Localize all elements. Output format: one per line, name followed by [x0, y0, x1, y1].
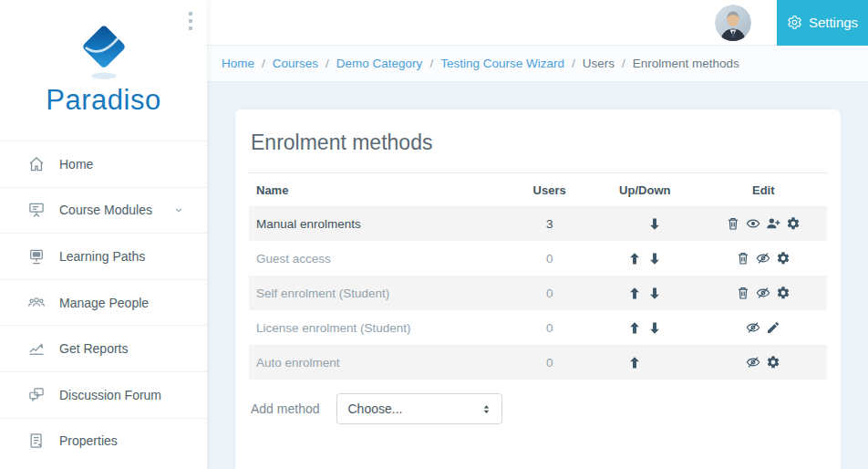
- chevron-down-icon: [172, 203, 185, 216]
- enrolled-users-count: 0: [509, 345, 590, 380]
- enrolment-row-guest-access: Guest access0: [249, 241, 827, 276]
- edit-actions-cell: [700, 276, 828, 310]
- add-method-select-value: Choose...: [348, 401, 403, 416]
- move-up-icon[interactable]: [625, 286, 645, 301]
- manage-people-icon: [27, 294, 46, 312]
- hide-icon[interactable]: [746, 355, 760, 370]
- move-down-icon[interactable]: [645, 320, 665, 336]
- enrolment-name: Auto enrolment: [249, 345, 509, 380]
- delete-icon[interactable]: [736, 251, 750, 266]
- enrolled-users-count: 3: [509, 206, 590, 241]
- move-down-icon[interactable]: [645, 286, 665, 301]
- move-up-icon[interactable]: [625, 320, 645, 336]
- home-icon: [27, 155, 46, 173]
- breadcrumb-separator: /: [572, 57, 575, 70]
- logo-text: Paradiso: [0, 84, 207, 117]
- enrol-users-icon[interactable]: [766, 216, 780, 231]
- settings-icon[interactable]: [766, 355, 780, 370]
- content-area: Enrolment methods NameUsersUp/DownEdit M…: [207, 82, 868, 469]
- add-method-row: Add method Choose...: [249, 393, 827, 424]
- enrolled-users-count: 0: [509, 241, 590, 276]
- enrolled-users-count: 0: [509, 276, 590, 310]
- edit-icon[interactable]: [766, 320, 780, 335]
- course-modules-icon: [27, 201, 46, 219]
- settings-icon[interactable]: [776, 251, 790, 266]
- enrolment-name: Manual enrolments: [249, 206, 509, 241]
- sidebar-item-label: Manage People: [59, 296, 149, 310]
- select-caret-icon: [480, 402, 493, 416]
- breadcrumb-separator: /: [326, 57, 329, 70]
- updown-cell: [590, 206, 699, 241]
- breadcrumb-separator: /: [429, 57, 433, 70]
- settings-icon[interactable]: [786, 216, 801, 231]
- hide-icon[interactable]: [756, 251, 770, 266]
- breadcrumb-item-home[interactable]: Home: [222, 57, 254, 70]
- sidebar-item-get-reports[interactable]: Get Reports: [0, 325, 207, 371]
- sidebar-item-learning-paths[interactable]: Learning Paths: [0, 233, 207, 279]
- breadcrumb-separator: /: [622, 57, 625, 70]
- add-method-select[interactable]: Choose...: [336, 393, 502, 424]
- enrolment-row-self-enrolment-student: Self enrolment (Student)0: [249, 276, 827, 310]
- hide-icon[interactable]: [746, 320, 760, 335]
- enrolment-methods-table: NameUsersUp/DownEdit Manual enrolments3G…: [249, 172, 827, 380]
- sidebar-item-properties[interactable]: Properties: [0, 418, 207, 464]
- move-up-icon[interactable]: [625, 251, 645, 266]
- sidebar-item-label: Home: [59, 157, 93, 172]
- edit-actions-cell: [700, 310, 828, 345]
- sidebar-item-label: Discussion Forum: [59, 388, 161, 402]
- sidebar: Paradiso HomeCourse ModulesLearning Path…: [0, 0, 207, 469]
- discussion-forum-icon: [27, 386, 46, 404]
- enrolment-name: Guest access: [249, 241, 509, 276]
- app-window: Paradiso HomeCourse ModulesLearning Path…: [0, 0, 868, 469]
- updown-cell: [590, 310, 699, 345]
- enrolment-row-license-enrolment-student: License enrolment (Student)0: [249, 310, 827, 345]
- delete-icon[interactable]: [736, 286, 750, 300]
- paradiso-logo[interactable]: Paradiso: [0, 0, 207, 141]
- get-reports-icon: [27, 339, 46, 358]
- column-header-name: Name: [249, 173, 509, 207]
- show-icon[interactable]: [746, 216, 760, 231]
- sidebar-item-course-modules[interactable]: Course Modules: [0, 187, 207, 234]
- enrolment-name: License enrolment (Student): [249, 310, 509, 345]
- breadcrumb-item-testing-course-wizard[interactable]: Testing Course Wizard: [440, 57, 564, 70]
- breadcrumb-item-courses[interactable]: Courses: [273, 57, 318, 70]
- breadcrumb-item-demo-category[interactable]: Demo Category: [336, 57, 423, 70]
- edit-actions-cell: [700, 241, 828, 276]
- settings-icon[interactable]: [776, 286, 790, 300]
- sidebar-item-discussion-forum[interactable]: Discussion Forum: [0, 371, 207, 418]
- hide-icon[interactable]: [756, 286, 770, 300]
- move-down-icon[interactable]: [645, 216, 665, 232]
- settings-label: Settings: [809, 15, 858, 30]
- kebab-menu-icon[interactable]: [186, 12, 195, 34]
- edit-actions-cell: [700, 206, 828, 241]
- main-column: Settings Home/Courses/Demo Category/Test…: [207, 0, 868, 469]
- updown-cell: [590, 345, 699, 380]
- sidebar-item-home[interactable]: Home: [0, 141, 207, 187]
- enrolled-users-count: 0: [509, 310, 590, 345]
- topbar: Settings: [207, 0, 868, 46]
- sidebar-nav: HomeCourse ModulesLearning PathsManage P…: [0, 141, 207, 464]
- enrolment-row-auto-enrolment: Auto enrolment0: [249, 345, 827, 380]
- breadcrumb: Home/Courses/Demo Category/Testing Cours…: [207, 46, 868, 82]
- breadcrumb-item-enrolment-methods: Enrolment methods: [633, 57, 739, 70]
- page-title: Enrolment methods: [251, 130, 827, 155]
- sidebar-item-label: Learning Paths: [59, 249, 145, 264]
- column-header-up-down: Up/Down: [590, 173, 699, 207]
- breadcrumb-separator: /: [262, 57, 265, 70]
- sidebar-item-label: Properties: [59, 433, 118, 448]
- updown-cell: [590, 276, 699, 310]
- properties-icon: [27, 432, 46, 450]
- enrolment-name: Self enrolment (Student): [249, 276, 509, 310]
- column-header-users: Users: [509, 173, 590, 207]
- updown-cell: [590, 241, 699, 276]
- delete-icon[interactable]: [726, 216, 740, 231]
- sidebar-item-manage-people[interactable]: Manage People: [0, 279, 207, 326]
- edit-actions-cell: [700, 345, 828, 380]
- user-avatar[interactable]: [715, 5, 751, 41]
- move-up-icon[interactable]: [625, 355, 645, 370]
- move-down-icon[interactable]: [645, 251, 665, 266]
- settings-button[interactable]: Settings: [777, 0, 868, 46]
- add-method-label: Add method: [251, 401, 320, 416]
- sidebar-item-label: Course Modules: [59, 203, 152, 217]
- gear-icon: [787, 15, 802, 30]
